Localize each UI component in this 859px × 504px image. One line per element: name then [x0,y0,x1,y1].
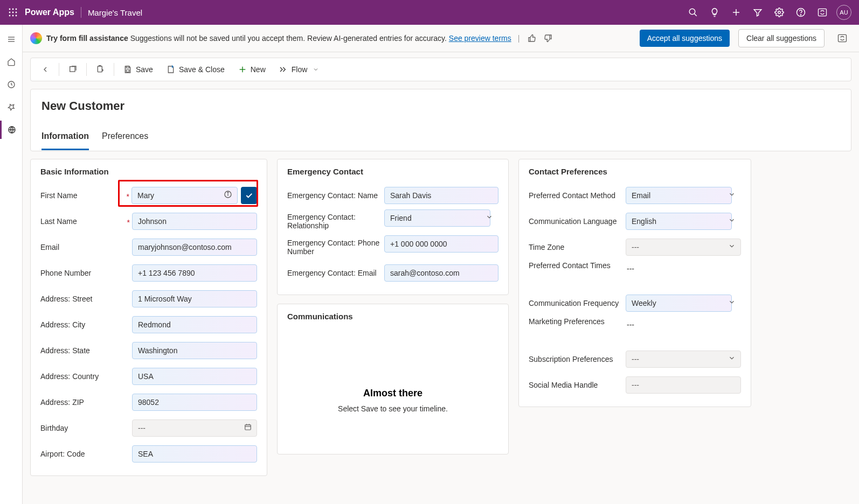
svg-point-13 [778,11,781,14]
label-birthday: Birthday [40,424,132,432]
thumbs-down-icon[interactable] [542,32,554,44]
back-button[interactable] [35,61,56,78]
svg-rect-25 [126,66,129,68]
input-state[interactable] [132,342,257,359]
svg-point-4 [12,12,14,13]
plus-icon[interactable] [725,0,747,25]
timeline-empty-title: Almost there [293,388,493,399]
svg-point-5 [16,12,17,13]
globe-icon[interactable] [0,121,23,139]
thumbs-up-icon[interactable] [526,32,538,44]
svg-rect-24 [98,66,102,72]
svg-point-6 [9,15,11,17]
section-emergency-contact: Emergency Contact Emergency Contact: Nam… [277,159,509,295]
input-country[interactable] [132,368,257,385]
left-nav-rail [0,25,23,504]
chevron-down-icon [728,242,736,252]
input-zip[interactable] [132,394,257,411]
section-title: Contact Preferences [529,167,741,176]
recent-icon[interactable] [0,75,23,94]
svg-point-2 [16,9,17,10]
select-comm-language[interactable] [626,213,741,230]
input-last-name[interactable] [132,213,257,230]
section-title: Basic Information [40,167,257,176]
chevron-down-icon [728,298,736,308]
label-phone: Phone Number [40,269,132,277]
input-email[interactable] [132,239,257,256]
calendar-icon[interactable] [244,423,252,433]
label-country: Address: Country [40,372,132,381]
label-subs: Subscription Preferences [529,355,626,363]
open-new-window-button[interactable] [63,61,83,78]
input-city[interactable] [132,316,257,333]
input-social-handle[interactable]: --- [626,376,741,394]
banner-title: Try form fill assistance [46,34,128,43]
preview-terms-link[interactable]: See preview terms [449,34,511,43]
label-ec-phone: Emergency Contact: Phone Number [287,235,384,256]
input-first-name[interactable] [131,187,238,204]
svg-point-7 [12,15,14,17]
home-icon[interactable] [0,53,23,71]
select-frequency[interactable] [626,295,741,312]
flow-button[interactable]: Flow [273,61,325,78]
svg-point-0 [9,9,11,10]
save-button[interactable]: Save [117,61,158,78]
save-close-button[interactable]: Save & Close [161,61,230,78]
lightbulb-icon[interactable] [704,0,725,25]
svg-point-3 [9,12,11,13]
header-divider [81,7,81,18]
app-name[interactable]: Margie's Travel [88,8,142,17]
product-name[interactable]: Power Apps [25,8,74,17]
input-airport[interactable] [132,445,257,463]
hamburger-icon[interactable] [0,30,23,48]
info-icon[interactable] [224,190,232,201]
section-title: Emergency Contact [287,167,498,176]
label-contact-times: Preferred Contact Times [529,261,626,270]
input-ec-email[interactable] [384,264,498,282]
svg-rect-22 [839,34,847,41]
input-ec-phone[interactable] [384,235,498,253]
input-birthday[interactable]: --- [132,419,257,437]
chevron-down-icon [728,216,736,226]
tab-preferences[interactable]: Preferences [102,128,148,150]
svg-point-1 [12,9,14,10]
accept-suggestion-button[interactable] [241,187,257,204]
select-timezone[interactable]: --- [626,239,741,256]
assign-button[interactable] [90,61,110,78]
svg-rect-26 [126,70,129,72]
label-ec-rel: Emergency Contact: Relationship [287,209,384,230]
search-icon[interactable] [682,0,704,25]
value-marketing[interactable]: --- [626,317,635,332]
copilot-panel-icon[interactable] [812,0,833,25]
label-street: Address: Street [40,295,132,303]
page-title: New Customer [41,99,840,113]
user-avatar[interactable]: AU [833,0,855,25]
new-button[interactable]: New [232,61,271,78]
select-subscriptions[interactable]: --- [626,351,741,368]
banner-message: Suggestions will not be saved until you … [130,34,447,43]
input-ec-name[interactable] [384,187,498,204]
copilot-sidepane-icon[interactable] [833,29,851,47]
input-phone[interactable] [132,264,257,282]
gear-icon[interactable] [768,0,790,25]
input-street[interactable] [132,290,257,307]
chevron-down-icon [728,354,736,364]
app-launcher-icon[interactable] [4,4,22,21]
pin-icon[interactable] [0,98,23,116]
filter-icon[interactable] [747,0,768,25]
select-pref-method[interactable] [626,187,741,204]
value-contact-times[interactable]: --- [626,261,635,276]
clear-all-button[interactable]: Clear all suggestions [738,29,825,47]
help-icon[interactable] [790,0,812,25]
label-pref-method: Preferred Contact Method [529,191,626,200]
section-basic-information: Basic Information First Name [30,159,267,476]
select-ec-relationship[interactable] [384,209,498,227]
form-tabs: Information Preferences [41,128,840,151]
global-header: Power Apps Margie's Travel AU [0,0,859,25]
label-airport: Airport: Code [40,450,132,458]
tab-information[interactable]: Information [41,128,89,150]
svg-line-10 [694,13,697,16]
label-email: Email [40,243,132,251]
record-header: New Customer Information Preferences [30,89,851,151]
accept-all-button[interactable]: Accept all suggestions [640,30,730,47]
